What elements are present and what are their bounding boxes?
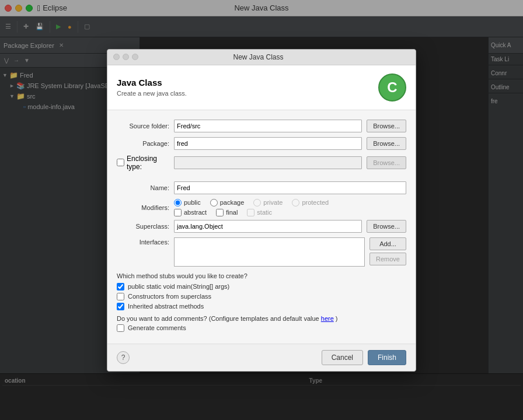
cancel-button[interactable]: Cancel xyxy=(322,350,363,365)
modifiers-options: public package private protected xyxy=(174,199,329,216)
stub-main-row: public static void main(String[] args) xyxy=(117,283,406,290)
dialog-subheading: Create a new java class. xyxy=(117,90,187,97)
superclass-input[interactable] xyxy=(174,220,362,233)
comments-question-text: Do you want to add comments? (Configure … xyxy=(117,315,319,322)
modifier-protected-label: protected xyxy=(302,199,329,206)
dialog-heading: Java Class xyxy=(117,78,187,88)
modifiers-row-1: public package private protected xyxy=(174,199,329,206)
modifier-final-label: final xyxy=(226,209,238,216)
interfaces-add-btn[interactable]: Add... xyxy=(369,237,406,250)
source-folder-row: Source folder: Browse... xyxy=(117,120,406,132)
modifier-package-option[interactable]: package xyxy=(210,199,245,206)
name-label: Name: xyxy=(117,184,169,191)
package-row: Package: Browse... xyxy=(117,137,406,150)
source-folder-label: Source folder: xyxy=(117,123,169,130)
modifier-static-label: static xyxy=(257,209,272,216)
dialog-header: Java Class Create a new java class. C xyxy=(107,65,416,110)
modifier-protected-radio[interactable] xyxy=(292,199,299,206)
modifier-abstract-option[interactable]: abstract xyxy=(174,209,207,216)
divider-1 xyxy=(117,176,406,181)
modifier-public-radio[interactable] xyxy=(174,199,182,206)
generate-comments-row: Generate comments xyxy=(117,324,406,332)
comments-close-paren: ) xyxy=(336,315,338,322)
modifier-abstract-label: abstract xyxy=(184,209,207,216)
modifier-abstract-checkbox[interactable] xyxy=(174,209,182,216)
finish-button[interactable]: Finish xyxy=(368,350,406,365)
modifier-final-option[interactable]: final xyxy=(216,209,238,216)
enclosing-type-browse-btn[interactable]: Browse... xyxy=(367,156,406,169)
generate-comments-label: Generate comments xyxy=(128,324,186,331)
modifier-private-radio[interactable] xyxy=(253,199,261,206)
stub-main-checkbox[interactable] xyxy=(117,283,124,290)
modifiers-row: Modifiers: public package pr xyxy=(117,199,406,216)
superclass-row: Superclass: Browse... xyxy=(117,220,406,233)
enclosing-type-input[interactable] xyxy=(174,156,362,169)
modifier-static-option[interactable]: static xyxy=(247,209,272,216)
modifiers-row-2: abstract final static xyxy=(174,209,329,216)
enclosing-type-label: Enclosing type: xyxy=(127,155,169,171)
interfaces-textarea[interactable] xyxy=(174,237,365,267)
package-browse-btn[interactable]: Browse... xyxy=(367,137,406,150)
comments-section: Do you want to add comments? (Configure … xyxy=(117,315,406,332)
dialog-logo: C xyxy=(378,74,406,102)
modifier-private-option[interactable]: private xyxy=(253,199,283,206)
footer-buttons: Cancel Finish xyxy=(322,350,406,365)
new-java-class-dialog: New Java Class Java Class Create a new j… xyxy=(107,49,416,372)
interfaces-row: Interfaces: Add... Remove xyxy=(117,237,406,267)
enclosing-type-checkbox[interactable] xyxy=(117,159,124,166)
superclass-label: Superclass: xyxy=(117,223,169,230)
modifier-package-label: package xyxy=(220,199,245,206)
stub-constructors-label: Constructors from superclass xyxy=(128,293,211,300)
enclosing-type-check-wrapper: Enclosing type: xyxy=(117,155,169,171)
enclosing-type-row: Enclosing type: Browse... xyxy=(117,155,406,171)
stub-inherited-checkbox[interactable] xyxy=(117,303,124,310)
modifier-protected-option[interactable]: protected xyxy=(292,199,329,206)
help-icon: ? xyxy=(121,354,125,362)
modifiers-label: Modifiers: xyxy=(117,204,169,211)
modifier-public-option[interactable]: public xyxy=(174,199,201,206)
help-button[interactable]: ? xyxy=(117,351,130,364)
superclass-browse-btn[interactable]: Browse... xyxy=(367,220,406,233)
name-input[interactable] xyxy=(174,181,406,194)
modifier-static-checkbox[interactable] xyxy=(247,209,254,216)
stubs-section: Which method stubs would you like to cre… xyxy=(117,272,406,310)
dialog-logo-letter: C xyxy=(387,79,397,96)
package-input[interactable] xyxy=(174,137,362,150)
comments-question: Do you want to add comments? (Configure … xyxy=(117,315,406,322)
source-folder-input[interactable] xyxy=(174,120,362,132)
generate-comments-checkbox[interactable] xyxy=(117,324,124,332)
source-folder-browse-btn[interactable]: Browse... xyxy=(367,120,406,132)
stubs-section-title: Which method stubs would you like to cre… xyxy=(117,272,406,279)
interfaces-remove-btn[interactable]: Remove xyxy=(369,253,406,265)
dialog-header-left: Java Class Create a new java class. xyxy=(117,78,187,97)
stub-main-label: public static void main(String[] args) xyxy=(128,283,229,290)
interfaces-label: Interfaces: xyxy=(117,237,169,246)
modifier-private-label: private xyxy=(263,199,283,206)
stub-inherited-row: Inherited abstract methods xyxy=(117,303,406,310)
stub-constructors-row: Constructors from superclass xyxy=(117,293,406,300)
dialog-title-bar: New Java Class xyxy=(107,50,416,65)
modifier-package-radio[interactable] xyxy=(210,199,218,206)
package-label: Package: xyxy=(117,140,169,147)
modifier-public-label: public xyxy=(184,199,201,206)
dialog-footer: ? Cancel Finish xyxy=(107,344,416,371)
dialog-body: Source folder: Browse... Package: Browse… xyxy=(107,110,416,344)
interfaces-buttons: Add... Remove xyxy=(369,237,406,265)
modifier-final-checkbox[interactable] xyxy=(216,209,224,216)
dialog-title-text: New Java Class xyxy=(107,53,410,61)
stub-constructors-checkbox[interactable] xyxy=(117,293,124,300)
stub-inherited-label: Inherited abstract methods xyxy=(128,303,204,310)
name-row: Name: xyxy=(117,181,406,194)
dialog-overlay: New Java Class Java Class Create a new j… xyxy=(0,0,523,420)
comments-link[interactable]: here xyxy=(321,315,334,322)
